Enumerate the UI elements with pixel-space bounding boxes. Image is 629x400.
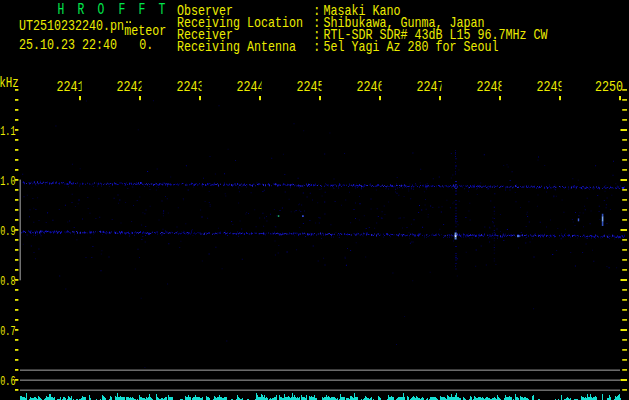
svg-text:Receiving Antenna: Receiving Antenna [177,39,296,56]
svg-text::: : [313,39,320,56]
svg-text:2241: 2241 [57,79,85,96]
svg-text:1.1: 1.1 [0,124,15,139]
svg-text:0.6: 0.6 [0,374,15,389]
svg-text:O: O [98,0,105,19]
svg-text:2246: 2246 [357,79,385,96]
svg-text:1.0: 1.0 [0,174,15,189]
svg-text:kHz: kHz [0,75,19,91]
svg-text:R: R [78,0,85,19]
svg-text:T: T [158,0,165,19]
svg-text:H: H [58,0,65,19]
svg-text:2245: 2245 [297,79,325,96]
svg-text:2249: 2249 [537,79,565,96]
svg-text:0.: 0. [139,37,153,54]
svg-text:F: F [119,0,126,19]
svg-text:2250: 2250 [595,79,623,96]
svg-text:2243: 2243 [177,79,205,96]
svg-text:2247: 2247 [417,79,445,96]
svg-text:0.9: 0.9 [0,224,15,239]
svg-text:0.8: 0.8 [0,274,15,289]
svg-text:25.10.23 22:40: 25.10.23 22:40 [19,37,117,54]
svg-text:2242: 2242 [117,79,145,96]
svg-text:F: F [138,0,145,19]
svg-text:UT2510232240.pn: UT2510232240.pn [19,18,124,35]
svg-text:0.7: 0.7 [0,324,15,339]
svg-text:5el Yagi Az 280 for Seoul: 5el Yagi Az 280 for Seoul [324,39,499,56]
svg-text:2248: 2248 [477,79,505,96]
svg-text:2244: 2244 [237,79,265,96]
